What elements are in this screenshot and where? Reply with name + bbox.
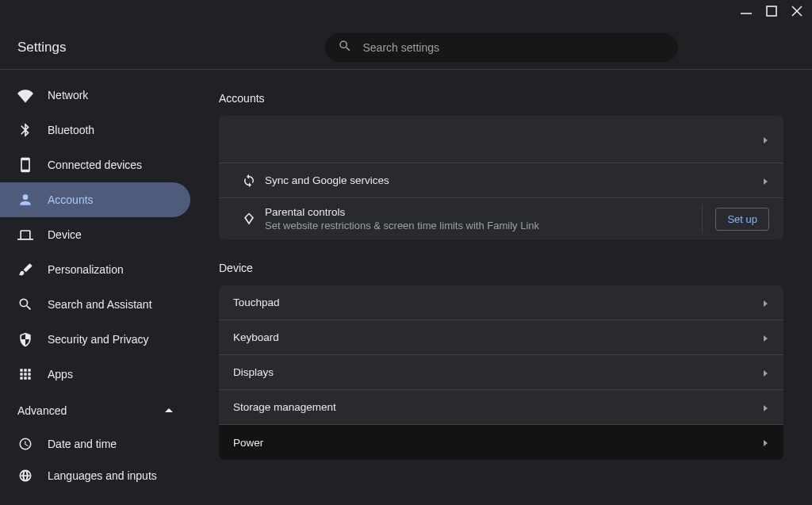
sidebar-item-security[interactable]: Security and Privacy (0, 322, 190, 357)
row-parental-controls: Parental controlsSet website restriction… (219, 198, 783, 239)
sidebar-item-label: Date and time (48, 438, 117, 450)
svg-rect-1 (767, 6, 776, 16)
device-square-icon (17, 157, 33, 173)
sidebar-advanced-label: Advanced (17, 404, 67, 417)
sidebar-item-connected[interactable]: Connected devices (0, 147, 190, 182)
window-controls (731, 0, 812, 25)
row-sublabel: Set website restrictions & screen time l… (265, 220, 695, 231)
section-card-accounts: Sync and Google servicesParental control… (219, 116, 783, 239)
wifi-icon (17, 87, 33, 103)
brush-icon (17, 262, 33, 277)
row-label: Sync and Google services (265, 174, 763, 186)
diamond-icon (233, 212, 265, 226)
search-wrap (190, 33, 812, 62)
minimize-icon[interactable] (741, 3, 752, 22)
close-icon[interactable] (791, 6, 802, 20)
divider (702, 205, 703, 233)
chevron-right-icon (763, 331, 769, 345)
page-title: Settings (0, 40, 190, 55)
chevron-right-icon (763, 174, 769, 188)
sidebar-item-languages[interactable]: Languages and inputs (0, 460, 190, 492)
bluetooth-icon (17, 122, 33, 138)
chevron-up-icon (165, 404, 173, 418)
row-power[interactable]: Power (219, 425, 783, 460)
search-icon (17, 296, 33, 312)
setup-button[interactable]: Set up (715, 208, 769, 231)
person-icon (17, 192, 33, 208)
search-input[interactable] (363, 41, 665, 54)
row-sync-and-google-services[interactable]: Sync and Google services (219, 163, 783, 198)
account-summary-row[interactable] (219, 116, 783, 163)
header: Settings (0, 25, 812, 70)
sidebar-item-network[interactable]: Network (0, 78, 190, 113)
sidebar-item-search[interactable]: Search and Assistant (0, 287, 190, 322)
row-label: Keyboard (233, 331, 763, 343)
sidebar-item-label: Connected devices (48, 159, 142, 171)
sidebar-item-label: Bluetooth (48, 124, 94, 136)
clock-icon (17, 437, 33, 451)
sidebar-item-label: Search and Assistant (48, 298, 152, 311)
row-keyboard[interactable]: Keyboard (219, 320, 783, 355)
section-card-device: TouchpadKeyboardDisplaysStorage manageme… (219, 285, 783, 460)
row-label: Touchpad (233, 296, 763, 308)
sidebar-advanced-toggle[interactable]: Advanced (0, 396, 190, 425)
laptop-icon (17, 227, 33, 243)
sidebar-item-device[interactable]: Device (0, 217, 190, 252)
sync-icon (233, 174, 265, 188)
section-title-accounts: Accounts (219, 92, 783, 105)
section-title-device: Device (219, 262, 783, 274)
sidebar-item-accounts[interactable]: Accounts (0, 182, 190, 217)
chevron-right-icon (763, 296, 769, 310)
sidebar: NetworkBluetoothConnected devicesAccount… (0, 70, 190, 505)
row-label: Parental controls (265, 206, 695, 218)
row-storage-management[interactable]: Storage management (219, 390, 783, 425)
sidebar-item-label: Accounts (48, 193, 94, 206)
row-displays[interactable]: Displays (219, 355, 783, 390)
search-box[interactable] (325, 33, 678, 62)
row-label: Storage management (233, 401, 763, 413)
search-icon (338, 39, 352, 56)
row-label: Displays (233, 366, 763, 378)
main-content: AccountsSync and Google servicesParental… (190, 70, 812, 505)
chevron-right-icon (763, 365, 769, 380)
chevron-right-icon (763, 400, 769, 415)
row-touchpad[interactable]: Touchpad (219, 285, 783, 320)
sidebar-item-label: Network (48, 89, 88, 101)
chevron-right-icon (763, 132, 769, 147)
sidebar-item-label: Personalization (48, 263, 124, 276)
chevron-right-icon (763, 435, 769, 450)
sidebar-item-apps[interactable]: Apps (0, 357, 190, 392)
globe-icon (17, 469, 33, 483)
grid-icon (17, 366, 33, 382)
maximize-icon[interactable] (766, 6, 777, 20)
sidebar-item-label: Security and Privacy (48, 333, 149, 346)
shield-icon (17, 331, 33, 347)
sidebar-item-label: Apps (48, 368, 73, 381)
sidebar-item-datetime[interactable]: Date and time (0, 428, 190, 460)
sidebar-item-bluetooth[interactable]: Bluetooth (0, 113, 190, 147)
sidebar-item-label: Device (48, 228, 82, 241)
sidebar-item-personalization[interactable]: Personalization (0, 252, 190, 287)
sidebar-item-label: Languages and inputs (48, 469, 157, 482)
row-label: Power (233, 437, 763, 449)
